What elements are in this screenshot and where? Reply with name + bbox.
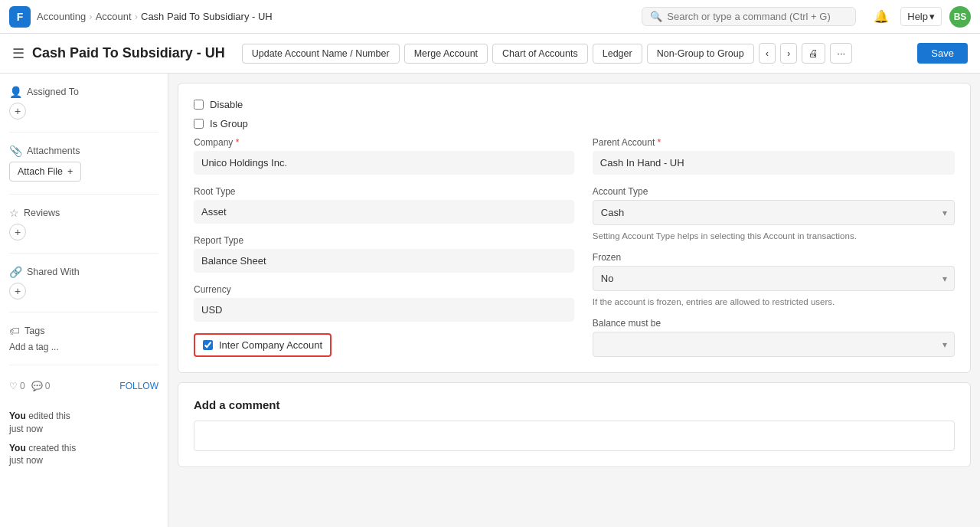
tags-section: 🏷 Tags Add a tag ...	[9, 325, 158, 352]
report-type-label: Report Type	[194, 235, 574, 246]
main-layout: 👤 Assigned To + 📎 Attachments Attach Fil…	[0, 74, 980, 527]
breadcrumb-account[interactable]: Account	[96, 11, 132, 22]
comment-icon: 💬	[31, 381, 43, 391]
comment-input-area[interactable]	[194, 421, 955, 451]
add-shared-with-button[interactable]: +	[9, 283, 26, 300]
activity-item-1: You created this just now	[9, 442, 158, 468]
divider-3	[9, 253, 158, 254]
update-account-name-button[interactable]: Update Account Name / Number	[242, 44, 400, 64]
currency-input[interactable]	[194, 298, 574, 322]
disable-checkbox[interactable]	[194, 100, 204, 110]
parent-account-required: *	[658, 137, 662, 148]
inter-company-checkbox[interactable]	[203, 340, 213, 350]
hamburger-button[interactable]: ☰	[12, 45, 24, 62]
activity-item-0: You edited this just now	[9, 410, 158, 436]
company-group: Company *	[194, 137, 574, 175]
help-chevron-icon: ▾	[929, 11, 935, 22]
balance-must-be-select[interactable]	[593, 332, 955, 357]
divider-4	[9, 312, 158, 313]
avatar: BS	[949, 6, 971, 28]
app-logo: F	[9, 6, 31, 28]
frozen-select[interactable]: No	[593, 266, 955, 291]
balance-must-be-group: Balance must be	[593, 318, 955, 357]
breadcrumb-sep-2: ›	[135, 11, 138, 22]
balance-must-be-label: Balance must be	[593, 318, 955, 329]
save-button[interactable]: Save	[917, 43, 968, 64]
shared-with-section: 🔗 Shared With +	[9, 266, 158, 300]
attachment-icon: 📎	[9, 145, 22, 157]
add-review-button[interactable]: +	[9, 224, 26, 241]
print-button[interactable]: 🖨	[802, 43, 825, 64]
frozen-help: If the account is frozen, entries are al…	[593, 297, 955, 306]
company-input[interactable]	[194, 151, 574, 175]
is-group-checkbox[interactable]	[194, 119, 204, 129]
non-group-to-group-button[interactable]: Non-Group to Group	[647, 44, 754, 64]
divider-5	[9, 365, 158, 365]
reviews-label: Reviews	[24, 208, 60, 218]
root-type-group: Root Type	[194, 186, 574, 224]
inter-company-highlight: Inter Company Account	[194, 333, 332, 357]
more-options-button[interactable]: ···	[830, 43, 852, 64]
page-header: ☰ Cash Paid To Subsidiary - UH Update Ac…	[0, 34, 980, 74]
help-label: Help	[907, 11, 928, 22]
breadcrumb-sep-1: ›	[89, 11, 92, 22]
parent-account-input[interactable]	[593, 151, 955, 175]
root-type-input[interactable]	[194, 200, 574, 224]
notification-icon[interactable]: 🔔	[870, 5, 893, 28]
disable-row: Disable	[194, 99, 955, 110]
assigned-to-header: 👤 Assigned To	[9, 86, 158, 98]
attach-file-button[interactable]: Attach File +	[9, 162, 81, 182]
frozen-group: Frozen No If the account is frozen, entr…	[593, 252, 955, 306]
activity-section: You edited this just now You created thi…	[9, 410, 158, 473]
help-button[interactable]: Help ▾	[900, 7, 942, 26]
attachments-header: 📎 Attachments	[9, 145, 158, 157]
account-type-help: Setting Account Type helps in selecting …	[593, 231, 955, 241]
search-icon: 🔍	[650, 11, 662, 22]
comment-card: Add a comment	[178, 382, 971, 467]
divider-2	[9, 194, 158, 195]
currency-group: Currency	[194, 284, 574, 322]
form-card: Disable Is Group Company *	[178, 83, 971, 373]
search-input[interactable]	[667, 11, 848, 22]
chart-of-accounts-button[interactable]: Chart of Accounts	[492, 44, 588, 64]
add-assigned-to-button[interactable]: +	[9, 103, 26, 119]
star-icon: ☆	[9, 207, 19, 219]
reviews-header: ☆ Reviews	[9, 207, 158, 219]
report-type-input[interactable]	[194, 249, 574, 273]
attach-plus-icon: +	[67, 166, 73, 177]
merge-account-button[interactable]: Merge Account	[404, 44, 488, 64]
assigned-to-label: Assigned To	[27, 87, 79, 97]
add-tag-label[interactable]: Add a tag ...	[9, 342, 158, 352]
person-icon: 👤	[9, 86, 22, 98]
ledger-button[interactable]: Ledger	[593, 44, 642, 64]
account-type-select[interactable]: Cash	[593, 200, 955, 225]
reviews-section: ☆ Reviews +	[9, 207, 158, 241]
tags-header: 🏷 Tags	[9, 325, 158, 337]
activity-action-0: edited this	[28, 411, 70, 421]
root-type-label: Root Type	[194, 186, 574, 197]
frozen-select-wrapper: No	[593, 266, 955, 291]
tag-icon: 🏷	[9, 325, 20, 337]
disable-label[interactable]: Disable	[210, 99, 243, 110]
parent-account-group: Parent Account *	[593, 137, 955, 175]
search-bar[interactable]: 🔍	[642, 7, 856, 26]
comment-title: Add a comment	[194, 398, 955, 411]
activity-user-1: You	[9, 443, 26, 453]
account-type-group: Account Type Cash Setting Account Type h…	[593, 186, 955, 241]
account-type-label: Account Type	[593, 186, 955, 197]
frozen-label: Frozen	[593, 252, 955, 263]
form-left-col: Company * Root Type Report Type	[194, 137, 574, 357]
is-group-label[interactable]: Is Group	[210, 118, 248, 129]
page-title: Cash Paid To Subsidiary - UH	[32, 45, 225, 61]
header-actions: Update Account Name / Number Merge Accou…	[242, 43, 852, 64]
inter-company-label[interactable]: Inter Company Account	[219, 339, 322, 351]
follow-button[interactable]: FOLLOW	[119, 381, 158, 391]
like-icon: ♡	[9, 381, 18, 391]
topbar-icons: 🔔 Help ▾ BS	[870, 5, 971, 28]
comments-count: 0	[45, 381, 51, 391]
breadcrumb-accounting[interactable]: Accounting	[37, 11, 86, 22]
next-button[interactable]: ›	[780, 43, 797, 64]
content-area: Disable Is Group Company *	[168, 74, 980, 527]
sidebar: 👤 Assigned To + 📎 Attachments Attach Fil…	[0, 74, 168, 527]
prev-button[interactable]: ‹	[759, 43, 776, 64]
